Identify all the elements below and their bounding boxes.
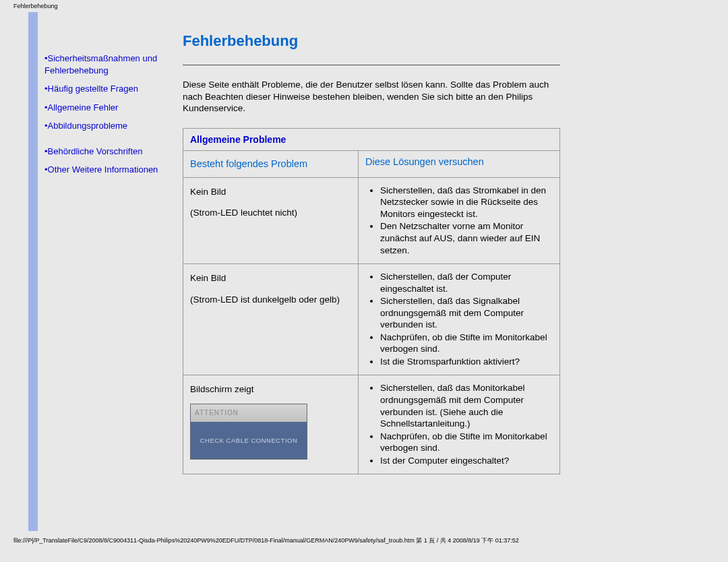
solution-item: Nachprüfen, ob die Stifte im Monitorkabe… [380,431,553,454]
sidebar: •Sicherheitsmaßnahmen und Fehlerbehebung… [38,12,183,531]
col-header-problem: Besteht folgendes Problem [183,151,359,177]
solution-item: Sicherstellen, daß das Monitorkabel ordn… [380,382,553,429]
solution-item: Ist der Computer eingeschaltet? [380,455,553,467]
sidebar-item-regulatory[interactable]: •Behördliche Vorschriften [44,146,176,158]
solution-cell: Sicherstellen, daß das Monitorkabel ordn… [359,375,559,474]
problem-cell: Kein Bild (Strom-LED leuchtet nicht) [183,178,359,263]
sidebar-item-general[interactable]: •Allgemeine Fehler [44,102,176,114]
intro-text: Diese Seite enthält Probleme, die der Be… [183,79,560,115]
tiny-page-title: Fehlerbehebung [0,0,728,11]
solution-item: Nachprüfen, ob die Stifte im Monitorkabe… [380,332,553,355]
monitor-attention-bar: ATTENTION [191,404,307,422]
solution-item: Ist die Stromsparfunktion aktiviert? [380,356,553,368]
problem-cell: Bildschirm zeigt ATTENTION CHECK CABLE C… [183,375,359,474]
problem-cell: Kein Bild (Strom-LED ist dunkelgelb oder… [183,263,359,375]
solution-cell: Sicherstellen, daß das Stromkabel in den… [359,178,559,263]
solution-item: Sicherstellen, daß der Computer eingesch… [380,271,553,294]
table-row: Kein Bild (Strom-LED leuchtet nicht) Sic… [183,178,559,263]
table-row: Bildschirm zeigt ATTENTION CHECK CABLE C… [183,375,559,474]
solution-item: Den Netzschalter vorne am Monitor zunäch… [380,220,553,256]
solution-cell: Sicherstellen, daß der Computer eingesch… [359,263,559,375]
solution-item: Sicherstellen, daß das Stromkabel in den… [380,185,553,220]
sidebar-item-faq[interactable]: •Häufig gestellte Fragen [44,83,176,95]
table-header-row: Besteht folgendes Problem Diese Lösungen… [183,151,559,178]
main-content: Fehlerbehebung Diese Seite enthält Probl… [183,12,580,531]
solution-item: Sicherstellen, daß das Signalkabel ordnu… [380,295,553,331]
blue-side-bar [28,12,38,531]
problems-table: Allgemeine Probleme Besteht folgendes Pr… [183,128,560,475]
sidebar-item-imaging[interactable]: •Abbildungsprobleme [44,120,176,132]
table-title: Allgemeine Probleme [183,129,559,151]
footer-file-path: file:///P|/P_TranslateFile/C9/2008/8/C90… [0,531,728,548]
col-header-solution: Diese Lösungen versuchen [359,151,559,177]
monitor-message-body: CHECK CABLE CONNECTION [191,422,307,459]
divider [183,65,560,65]
page-heading: Fehlerbehebung [183,32,560,50]
sidebar-item-other[interactable]: •Other Weitere Informationen [44,164,176,176]
sidebar-item-safety[interactable]: •Sicherheitsmaßnahmen und Fehlerbehebung [44,53,176,76]
container: •Sicherheitsmaßnahmen und Fehlerbehebung… [28,12,728,531]
table-row: Kein Bild (Strom-LED ist dunkelgelb oder… [183,263,559,375]
monitor-message-box: ATTENTION CHECK CABLE CONNECTION [190,404,307,460]
